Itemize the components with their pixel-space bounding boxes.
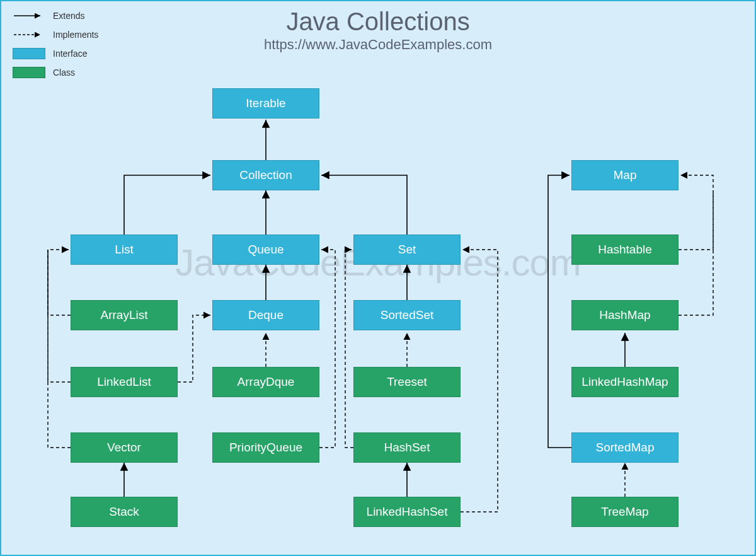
node-iterable: Iterable (212, 88, 319, 119)
node-set: Set (353, 235, 461, 265)
legend-interface-label: Interface (53, 49, 87, 59)
legend-class: Class (13, 66, 98, 79)
node-sortedmap: SortedMap (571, 432, 679, 463)
node-hashtable: Hashtable (571, 235, 679, 265)
diagram-title: Java Collections (1, 8, 755, 36)
node-arraydque: ArrayDque (212, 367, 319, 397)
node-hashset: HashSet (353, 432, 461, 463)
node-deque: Deque (212, 300, 319, 330)
node-priorityqueue: PriorityQueue (212, 432, 319, 463)
legend: Extends Implements Interface Class (13, 9, 98, 84)
legend-interface: Interface (13, 47, 98, 61)
legend-class-label: Class (53, 67, 75, 78)
node-stack: Stack (71, 497, 178, 527)
class-swatch-icon (13, 67, 45, 78)
node-vector: Vector (71, 432, 178, 463)
legend-implements-label: Implements (53, 30, 98, 40)
arrow-dashed-icon (13, 30, 48, 39)
node-arraylist: ArrayList (71, 300, 178, 330)
node-linkedhashset: LinkedHashSet (353, 497, 461, 527)
node-map: Map (571, 160, 679, 190)
node-treemap: TreeMap (571, 497, 679, 527)
legend-implements: Implements (13, 28, 98, 42)
node-collection: Collection (212, 160, 319, 190)
node-sortedset: SortedSet (353, 300, 461, 330)
node-linkedhashmap: LinkedHashMap (571, 367, 679, 397)
diagram-subtitle: https://www.JavaCodeExamples.com (1, 37, 755, 53)
interface-swatch-icon (13, 48, 45, 59)
legend-extends: Extends (13, 9, 98, 23)
diagram-canvas: Java Collections https://www.JavaCodeExa… (0, 0, 756, 556)
node-list: List (71, 235, 178, 265)
edges-layer (1, 1, 756, 556)
node-treeset: Treeset (353, 367, 461, 397)
node-hashmap: HashMap (571, 300, 679, 330)
node-linkedlist: LinkedList (71, 367, 178, 397)
arrow-solid-icon (13, 11, 48, 20)
legend-extends-label: Extends (53, 11, 85, 21)
node-queue: Queue (212, 235, 319, 265)
